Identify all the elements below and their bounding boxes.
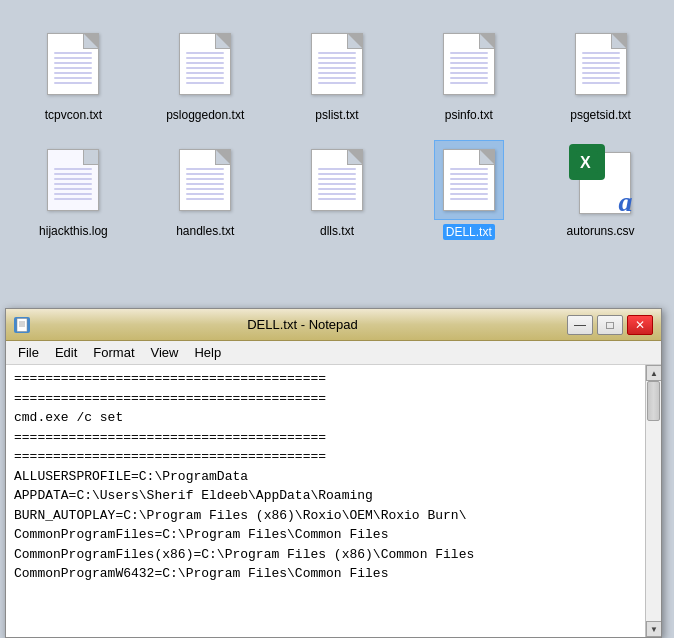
- font-badge-icon: a: [619, 188, 633, 216]
- title-bar[interactable]: DELL.txt - Notepad — □ ✕: [6, 309, 661, 341]
- file-label-autoruns: autoruns.csv: [567, 224, 635, 238]
- text-area-wrapper: ========================================…: [6, 365, 661, 637]
- file-item-dell[interactable]: DELL.txt: [405, 136, 532, 244]
- maximize-button[interactable]: □: [597, 315, 623, 335]
- window-controls: — □ ✕: [567, 315, 653, 335]
- close-button[interactable]: ✕: [627, 315, 653, 335]
- menu-edit[interactable]: Edit: [47, 341, 85, 364]
- file-label-hijackthis: hijackthis.log: [39, 224, 108, 238]
- menu-bar: File Edit Format View Help: [6, 341, 661, 365]
- vertical-scrollbar[interactable]: ▲ ▼: [645, 365, 661, 637]
- file-item-pslist[interactable]: pslist.txt: [274, 20, 401, 126]
- scroll-thumb[interactable]: [647, 381, 660, 421]
- menu-view[interactable]: View: [143, 341, 187, 364]
- menu-help[interactable]: Help: [186, 341, 229, 364]
- file-label-psgetsid: psgetsid.txt: [570, 108, 631, 122]
- file-label-pslist: pslist.txt: [315, 108, 358, 122]
- file-explorer: tcpvcon.txt psloggedon.txt pslist.txt: [0, 0, 674, 254]
- file-item-dlls[interactable]: dlls.txt: [274, 136, 401, 244]
- menu-format[interactable]: Format: [85, 341, 142, 364]
- file-label-dell: DELL.txt: [443, 224, 495, 240]
- minimize-button[interactable]: —: [567, 315, 593, 335]
- file-item-psloggedon[interactable]: psloggedon.txt: [142, 20, 269, 126]
- file-item-tcpvcon[interactable]: tcpvcon.txt: [10, 20, 137, 126]
- text-content[interactable]: ========================================…: [6, 365, 645, 637]
- file-item-hijackthis[interactable]: hijackthis.log: [10, 136, 137, 244]
- scroll-up-arrow[interactable]: ▲: [646, 365, 661, 381]
- file-item-psgetsid[interactable]: psgetsid.txt: [537, 20, 664, 126]
- file-label-handles: handles.txt: [176, 224, 234, 238]
- notepad-window: DELL.txt - Notepad — □ ✕ File Edit Forma…: [5, 308, 662, 638]
- window-title: DELL.txt - Notepad: [38, 317, 567, 332]
- file-label-dlls: dlls.txt: [320, 224, 354, 238]
- notepad-icon: [14, 317, 30, 333]
- svg-text:X: X: [580, 154, 591, 171]
- menu-file[interactable]: File: [10, 341, 47, 364]
- file-item-psinfo[interactable]: psinfo.txt: [405, 20, 532, 126]
- scroll-down-arrow[interactable]: ▼: [646, 621, 661, 637]
- svg-rect-2: [17, 318, 27, 331]
- excel-icon: X: [569, 144, 605, 180]
- file-label-tcpvcon: tcpvcon.txt: [45, 108, 102, 122]
- file-item-autoruns[interactable]: X a autoruns.csv: [537, 136, 664, 244]
- file-label-psinfo: psinfo.txt: [445, 108, 493, 122]
- file-item-handles[interactable]: handles.txt: [142, 136, 269, 244]
- scroll-track[interactable]: [646, 381, 661, 621]
- file-label-psloggedon: psloggedon.txt: [166, 108, 244, 122]
